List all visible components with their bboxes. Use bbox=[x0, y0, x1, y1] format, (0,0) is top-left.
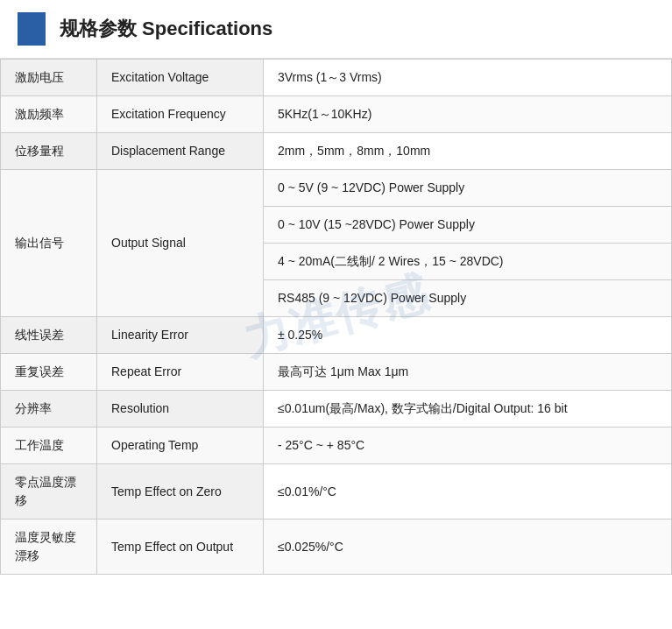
cell-zh-repeat-error: 重复误差 bbox=[1, 354, 97, 391]
row-resolution: 分辨率Resolution≤0.01um(最高/Max), 数字式输出/Digi… bbox=[1, 391, 672, 428]
cell-val-output-signal-0: 0 ~ 5V (9 ~ 12VDC) Power Supply bbox=[264, 170, 672, 207]
cell-val-linearity-error: ± 0.25% bbox=[264, 317, 672, 354]
cell-val-output-signal-1: 0 ~ 10V (15 ~28VDC) Power Supply bbox=[264, 207, 672, 244]
cell-zh-excitation-voltage: 激励电压 bbox=[1, 60, 97, 96]
cell-val-temp-effect-output: ≤0.025%/°C bbox=[264, 519, 672, 575]
cell-en-linearity-error: Linearity Error bbox=[97, 317, 264, 354]
page-title: 规格参数 Specifications bbox=[60, 16, 272, 42]
cell-val-output-signal-3: RS485 (9 ~ 12VDC) Power Supply bbox=[264, 280, 672, 317]
cell-en-excitation-voltage: Excitation Voltage bbox=[97, 60, 264, 96]
row-temp-effect-output: 温度灵敏度漂移Temp Effect on Output≤0.025%/°C bbox=[1, 519, 672, 575]
cell-zh-linearity-error: 线性误差 bbox=[1, 317, 97, 354]
specs-table: 激励电压Excitation Voltage3Vrms (1～3 Vrms)激励… bbox=[0, 59, 672, 575]
row-excitation-frequency: 激励频率Excitation Frequency5KHz(1～10KHz) bbox=[1, 96, 672, 133]
cell-val-excitation-voltage: 3Vrms (1～3 Vrms) bbox=[264, 60, 672, 96]
cell-en-excitation-frequency: Excitation Frequency bbox=[97, 96, 264, 133]
row-output-signal-0: 输出信号Output Signal0 ~ 5V (9 ~ 12VDC) Powe… bbox=[1, 170, 672, 207]
cell-zh-temp-effect-output: 温度灵敏度漂移 bbox=[1, 519, 97, 575]
page-header: 规格参数 Specifications bbox=[0, 0, 672, 59]
table-container: 力准传感 激励电压Excitation Voltage3Vrms (1～3 Vr… bbox=[0, 59, 672, 575]
cell-en-temp-effect-output: Temp Effect on Output bbox=[97, 519, 264, 575]
cell-en-output-signal: Output Signal bbox=[97, 170, 264, 317]
cell-en-repeat-error: Repeat Error bbox=[97, 354, 264, 391]
row-repeat-error: 重复误差Repeat Error最高可达 1μm Max 1μm bbox=[1, 354, 672, 391]
cell-zh-output-signal: 输出信号 bbox=[1, 170, 97, 317]
cell-en-displacement-range: Displacement Range bbox=[97, 133, 264, 170]
row-operating-temp: 工作温度Operating Temp- 25°C ~ + 85°C bbox=[1, 428, 672, 464]
cell-val-output-signal-2: 4 ~ 20mA(二线制/ 2 Wires，15 ~ 28VDC) bbox=[264, 244, 672, 280]
row-temp-effect-zero: 零点温度漂移Temp Effect on Zero≤0.01%/°C bbox=[1, 464, 672, 519]
row-displacement-range: 位移量程Displacement Range2mm，5mm，8mm，10mm bbox=[1, 133, 672, 170]
cell-val-displacement-range: 2mm，5mm，8mm，10mm bbox=[264, 133, 672, 170]
cell-val-operating-temp: - 25°C ~ + 85°C bbox=[264, 428, 672, 464]
row-excitation-voltage: 激励电压Excitation Voltage3Vrms (1～3 Vrms) bbox=[1, 60, 672, 96]
cell-en-operating-temp: Operating Temp bbox=[97, 428, 264, 464]
cell-val-repeat-error: 最高可达 1μm Max 1μm bbox=[264, 354, 672, 391]
cell-zh-operating-temp: 工作温度 bbox=[1, 428, 97, 464]
cell-val-excitation-frequency: 5KHz(1～10KHz) bbox=[264, 96, 672, 133]
cell-zh-temp-effect-zero: 零点温度漂移 bbox=[1, 464, 97, 519]
header-accent-bar bbox=[18, 12, 46, 46]
cell-val-resolution: ≤0.01um(最高/Max), 数字式输出/Digital Output: 1… bbox=[264, 391, 672, 428]
cell-en-resolution: Resolution bbox=[97, 391, 264, 428]
row-linearity-error: 线性误差Linearity Error± 0.25% bbox=[1, 317, 672, 354]
cell-val-temp-effect-zero: ≤0.01%/°C bbox=[264, 464, 672, 519]
cell-en-temp-effect-zero: Temp Effect on Zero bbox=[97, 464, 264, 519]
cell-zh-excitation-frequency: 激励频率 bbox=[1, 96, 97, 133]
cell-zh-resolution: 分辨率 bbox=[1, 391, 97, 428]
cell-zh-displacement-range: 位移量程 bbox=[1, 133, 97, 170]
